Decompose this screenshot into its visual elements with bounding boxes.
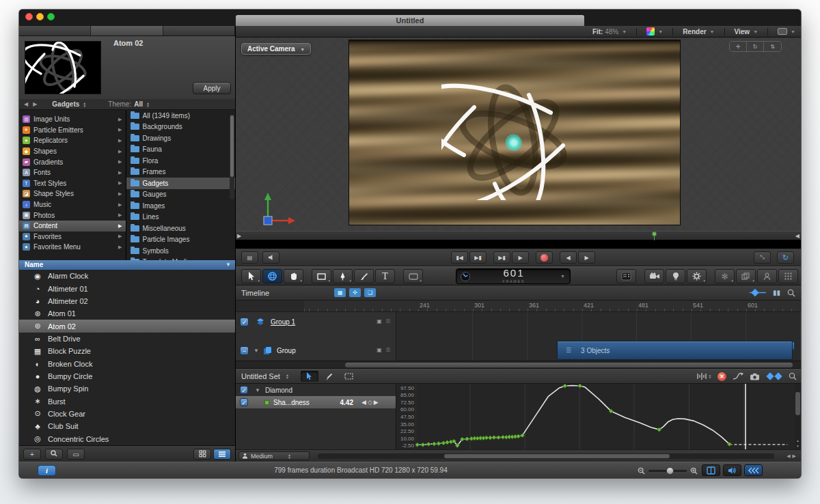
forward-arrow-icon[interactable]: ▶: [33, 101, 37, 107]
replicator-button[interactable]: ▾: [736, 269, 756, 283]
layout-grid-button[interactable]: [778, 269, 798, 283]
dolly-view-button[interactable]: ⇅: [764, 42, 781, 51]
curve-graph[interactable]: [415, 384, 789, 449]
stepper-icon[interactable]: ▲▼: [83, 102, 86, 107]
show-behaviors-icon[interactable]: ✣: [349, 288, 361, 297]
scroll-down-arrow[interactable]: ▼: [796, 444, 800, 448]
zoom-out-icon[interactable]: [638, 467, 645, 475]
channels-menu[interactable]: ▼: [646, 27, 663, 36]
library-item[interactable]: ◉ Alarm Clock: [19, 270, 235, 282]
new-light-button[interactable]: [666, 269, 685, 283]
keyframe-diamond[interactable]: [421, 443, 425, 447]
keyframe-diamond[interactable]: [465, 437, 469, 441]
keyframe-diamond[interactable]: [437, 441, 441, 445]
behavior-toggle-icon[interactable]: ▣: [377, 318, 382, 325]
box-select-tool[interactable]: [340, 371, 358, 382]
param-value[interactable]: 4.42: [323, 399, 353, 406]
folder-row[interactable]: Backgrounds: [126, 122, 236, 133]
show-masks-icon[interactable]: ▦: [334, 288, 346, 297]
layer-row-group[interactable]: − ▼ Group ▣⚿: [236, 342, 396, 359]
keyframe-diamond[interactable]: [577, 384, 582, 388]
bezier-tool-button[interactable]: ▾: [333, 269, 353, 283]
curve-group-row[interactable]: ✓ ▼ Diamond: [236, 384, 396, 396]
library-item[interactable]: ◕ Altimeter 02: [19, 295, 235, 307]
library-item[interactable]: ⊙ Clock Gear: [19, 408, 235, 420]
orbit-view-button[interactable]: ↻: [747, 42, 764, 51]
show-timeline-button[interactable]: [702, 464, 720, 476]
pan-tool-button[interactable]: ▾: [284, 269, 303, 283]
library-item[interactable]: ◔ Altimeter 01: [19, 282, 235, 294]
transform-3d-tool-button[interactable]: [262, 269, 282, 283]
current-frame-display[interactable]: 601FRAMES ▼: [456, 268, 571, 284]
render-menu[interactable]: Render ▼: [683, 28, 714, 36]
in-point-marker[interactable]: ▶: [237, 233, 241, 239]
layer-name[interactable]: Group 1: [271, 318, 295, 326]
category-row[interactable]: ∗ Replicators ▶: [19, 135, 126, 146]
keyframe-diamond[interactable]: [496, 435, 500, 439]
folder-row[interactable]: Flora: [126, 155, 236, 167]
emitter-button[interactable]: ✻▾: [715, 269, 735, 283]
go-to-start-button[interactable]: ▮◀: [451, 251, 468, 264]
category-row[interactable]: ▤ Content ▶: [19, 221, 126, 232]
library-item[interactable]: ▦ Block Puzzle: [19, 345, 235, 357]
close-button[interactable]: [25, 13, 33, 20]
category-row[interactable]: ▣ Photos ▶: [19, 210, 126, 221]
show-keyframe-editor-button[interactable]: [744, 464, 763, 476]
select-tool-button[interactable]: ▾: [241, 269, 261, 283]
scrollbar-thumb[interactable]: [230, 115, 234, 177]
clear-curve-button[interactable]: ✕: [718, 372, 726, 381]
text-tool-button[interactable]: T: [375, 269, 395, 283]
folder-row[interactable]: Drawings: [126, 132, 236, 144]
search-button[interactable]: [45, 449, 63, 460]
show-keyframes-icon[interactable]: [750, 289, 766, 296]
list-view-button[interactable]: [213, 449, 231, 460]
mute-button[interactable]: [262, 251, 279, 264]
category-dropdown[interactable]: Gadgets: [52, 100, 79, 108]
folder-row[interactable]: Particle Images: [126, 234, 236, 246]
window-layout-menu[interactable]: ▼: [778, 28, 795, 35]
layer-row-group1[interactable]: ✓ Group 1 ▣⚿: [236, 315, 396, 328]
apply-button[interactable]: Apply: [193, 82, 231, 94]
play-button[interactable]: ▶: [512, 251, 529, 264]
play-from-start-button[interactable]: ▶▮: [493, 251, 510, 264]
category-row[interactable]: A Fonts ▶: [19, 167, 126, 178]
sketch-keyframes-tool[interactable]: [320, 371, 338, 382]
previous-frame-button[interactable]: ◀: [560, 251, 577, 264]
animation-curve[interactable]: [418, 386, 730, 446]
category-row[interactable]: ★ Favorites ▶: [19, 232, 126, 242]
category-row[interactable]: ♪ Music ▶: [19, 199, 126, 210]
library-item[interactable]: ● Bumpy Circle: [19, 370, 235, 382]
folder-row[interactable]: Gadgets: [126, 178, 236, 189]
selection-ring[interactable]: [506, 135, 521, 150]
snapshot-camera-icon[interactable]: [750, 373, 760, 380]
category-row[interactable]: ∗ Particle Emitters ▶: [19, 125, 126, 136]
paint-tool-button[interactable]: [354, 269, 374, 283]
curve-checkbox[interactable]: ✓: [240, 386, 248, 394]
edit-keyframes-tool[interactable]: [301, 371, 318, 382]
snapping-icon[interactable]: ⇕: [696, 372, 711, 380]
library-item[interactable]: ◐ Broken Clock: [19, 357, 235, 369]
curve-vertical-scrollbar[interactable]: ▲ ▼: [795, 384, 801, 449]
category-row[interactable]: ★ Favorites Menu ▶: [19, 242, 126, 253]
go-to-end-button[interactable]: ▶▮: [469, 251, 487, 264]
image-mask-button[interactable]: [757, 269, 777, 283]
scroll-arrows[interactable]: ◀▶: [787, 453, 798, 459]
curve-param-row[interactable]: ✓ Sha...dness 4.42 ◀◇▶: [236, 396, 396, 408]
keyframe-diamond[interactable]: [432, 442, 436, 446]
folder-row[interactable]: Frames: [126, 167, 236, 178]
disclosure-triangle[interactable]: ▼: [255, 387, 260, 393]
record-button[interactable]: [536, 251, 553, 264]
audio-tracks-icon[interactable]: ▮▮: [773, 289, 780, 296]
timeline-horizontal-scrollbar[interactable]: [236, 361, 801, 369]
back-arrow-icon[interactable]: ◀: [24, 101, 28, 107]
canvas[interactable]: Active Camera ▼ ✛ ↻ ⇅: [236, 38, 801, 231]
category-row[interactable]: ▥ Image Units ▶: [19, 114, 126, 125]
zoom-button[interactable]: [47, 13, 55, 20]
library-item[interactable]: ◍ Bumpy Spin: [19, 382, 235, 395]
theme-dropdown[interactable]: All: [134, 100, 143, 108]
library-item[interactable]: ⊛ Atom 01: [19, 307, 235, 320]
disclosure-triangle[interactable]: ▼: [254, 348, 259, 354]
folder-scrollbar[interactable]: [230, 114, 234, 199]
show-minitimeline-button[interactable]: ▤: [241, 251, 258, 264]
info-button[interactable]: i: [38, 465, 56, 476]
